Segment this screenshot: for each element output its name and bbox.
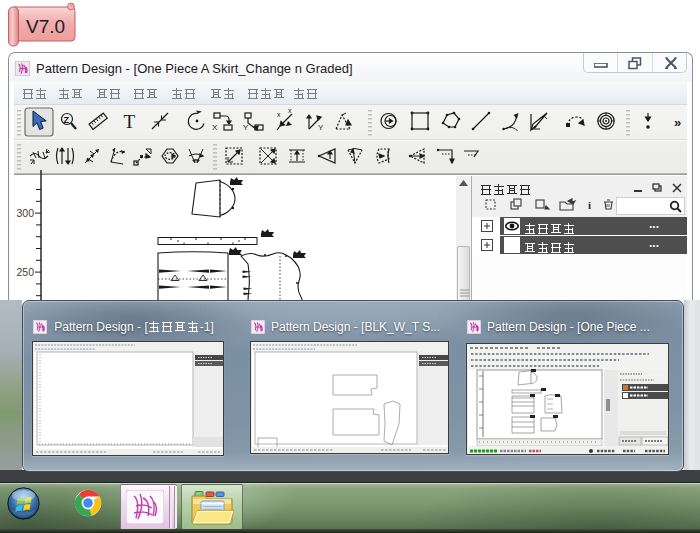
svg-text:i: i [588, 199, 591, 211]
svg-text:Y: Y [243, 123, 249, 132]
svg-text:V7.0: V7.0 [26, 16, 65, 37]
svg-text:x: x [288, 107, 292, 114]
svg-text:T: T [124, 111, 136, 132]
svg-text:250: 250 [16, 266, 34, 278]
svg-text:Z: Z [64, 115, 70, 125]
svg-text:300: 300 [16, 207, 34, 219]
svg-text:X: X [212, 123, 218, 132]
svg-text:Y: Y [318, 123, 324, 132]
svg-text:»: » [674, 115, 681, 130]
svg-text:x: x [277, 111, 281, 118]
